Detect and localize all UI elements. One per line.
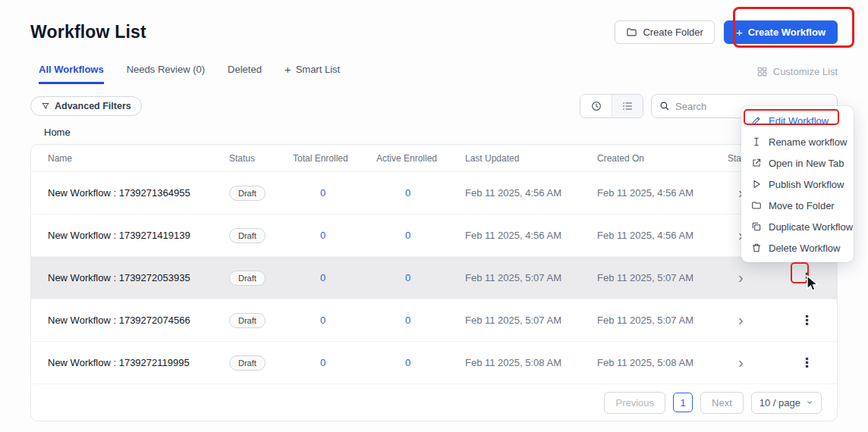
- workflow-name[interactable]: New Workflow : 1739272053935: [48, 272, 229, 283]
- row-context-menu: Edit Workflow Rename workflow Open in Ne…: [741, 106, 854, 262]
- trash-icon: [751, 243, 762, 253]
- external-link-icon: [751, 158, 762, 168]
- last-updated-value: Feb 11 2025, 5:08 AM: [465, 357, 597, 368]
- table-row[interactable]: New Workflow : 1739272119995 Draft 0 0 F…: [31, 342, 837, 384]
- create-workflow-label: Create Workflow: [748, 27, 826, 38]
- menu-item-rename-workflow[interactable]: Rename workflow: [741, 131, 854, 152]
- next-page-button[interactable]: Next: [700, 392, 744, 414]
- table-row[interactable]: New Workflow : 1739271364955 Draft 0 0 F…: [31, 172, 837, 214]
- column-header-total-enrolled: Total Enrolled: [293, 153, 376, 164]
- advanced-filters-button[interactable]: Advanced Filters: [30, 96, 142, 116]
- table-row[interactable]: New Workflow : 1739272074566 Draft 0 0 F…: [31, 299, 837, 342]
- total-enrolled-value[interactable]: 0: [293, 230, 376, 241]
- history-view-button[interactable]: [580, 95, 612, 117]
- created-on-value: Feb 11 2025, 4:56 AM: [597, 230, 728, 241]
- chevron-right-icon[interactable]: ›: [738, 354, 744, 371]
- chevron-right-icon[interactable]: ›: [738, 269, 744, 286]
- kebab-menu-icon[interactable]: ⋮: [796, 269, 818, 286]
- list-icon: [621, 100, 634, 112]
- pagination: Previous 1 Next 10 / page: [31, 384, 837, 421]
- created-on-value: Feb 11 2025, 4:56 AM: [597, 187, 728, 199]
- menu-item-publish-workflow[interactable]: Publish Workflow: [741, 174, 854, 195]
- topbar-actions: Create Folder + Create Workflow: [615, 20, 838, 44]
- play-icon: [751, 179, 762, 189]
- view-toggle: [580, 94, 643, 118]
- table-row[interactable]: New Workflow : 1739271419139 Draft 0 0 F…: [31, 214, 837, 257]
- status-badge: Draft: [229, 186, 266, 201]
- column-header-status: Status: [229, 153, 293, 164]
- menu-item-label: Delete Workflow: [769, 243, 840, 254]
- filters-row: Advanced Filters: [0, 94, 868, 118]
- search-icon: [659, 100, 670, 111]
- tabs-row: All Workflows Needs Review (0) Deleted +…: [0, 64, 868, 84]
- created-on-value: Feb 11 2025, 5:07 AM: [597, 272, 728, 283]
- advanced-filters-label: Advanced Filters: [55, 101, 131, 111]
- tabs: All Workflows Needs Review (0) Deleted +…: [39, 64, 340, 84]
- tab-needs-review[interactable]: Needs Review (0): [127, 64, 205, 84]
- status-badge: Draft: [229, 228, 266, 243]
- menu-item-label: Move to Folder: [769, 200, 835, 211]
- page-size-select[interactable]: 10 / page: [751, 392, 822, 414]
- create-folder-button[interactable]: Create Folder: [615, 20, 714, 44]
- folder-icon: [626, 27, 637, 38]
- page-size-value: 10 / page: [760, 397, 800, 409]
- plus-icon: +: [285, 64, 291, 75]
- filter-funnel-icon: [41, 102, 50, 111]
- active-enrolled-value[interactable]: 0: [376, 272, 465, 283]
- rename-icon: [751, 136, 762, 147]
- created-on-value: Feb 11 2025, 5:07 AM: [597, 315, 728, 326]
- menu-item-edit-workflow[interactable]: Edit Workflow: [741, 110, 854, 131]
- breadcrumb: Home: [0, 127, 868, 138]
- copy-icon: [751, 221, 762, 232]
- grid-icon: [756, 66, 768, 77]
- active-enrolled-value[interactable]: 0: [376, 315, 465, 326]
- tab-label: All Workflows: [39, 64, 104, 75]
- menu-item-move-to-folder[interactable]: Move to Folder: [741, 195, 854, 216]
- total-enrolled-value[interactable]: 0: [293, 272, 376, 283]
- menu-item-duplicate-workflow[interactable]: Duplicate Workflow: [741, 216, 854, 237]
- menu-item-label: Duplicate Workflow: [769, 221, 853, 233]
- tab-deleted[interactable]: Deleted: [228, 64, 262, 84]
- column-header-created-on: Created On: [597, 153, 728, 164]
- pencil-icon: [751, 115, 762, 126]
- tab-label: Needs Review (0): [127, 64, 205, 75]
- tab-smart-list[interactable]: + Smart List: [285, 64, 340, 84]
- previous-page-button[interactable]: Previous: [604, 392, 665, 414]
- folder-icon: [751, 200, 762, 211]
- customize-list-label: Customize List: [773, 66, 838, 77]
- status-badge: Draft: [229, 355, 266, 371]
- menu-item-open-in-new-tab[interactable]: Open in New Tab: [741, 152, 854, 174]
- kebab-menu-icon[interactable]: ⋮: [796, 354, 818, 371]
- total-enrolled-value[interactable]: 0: [293, 187, 376, 199]
- workflow-name[interactable]: New Workflow : 1739272119995: [48, 357, 229, 368]
- status-badge: Draft: [229, 313, 266, 328]
- breadcrumb-home[interactable]: Home: [44, 127, 71, 138]
- total-enrolled-value[interactable]: 0: [293, 357, 376, 368]
- menu-item-delete-workflow[interactable]: Delete Workflow: [741, 237, 854, 258]
- tab-label: Deleted: [228, 64, 262, 75]
- workflow-name[interactable]: New Workflow : 1739271419139: [48, 230, 229, 241]
- chevron-down-icon: [806, 399, 813, 406]
- chevron-right-icon[interactable]: ›: [738, 311, 744, 328]
- active-enrolled-value[interactable]: 0: [376, 230, 465, 241]
- table-row-highlighted[interactable]: New Workflow : 1739272053935 Draft 0 0 F…: [31, 257, 837, 299]
- active-enrolled-value[interactable]: 0: [376, 357, 465, 368]
- kebab-menu-icon[interactable]: ⋮: [796, 311, 818, 329]
- menu-item-label: Open in New Tab: [769, 158, 844, 169]
- create-workflow-button[interactable]: + Create Workflow: [724, 20, 838, 44]
- created-on-value: Feb 11 2025, 5:08 AM: [597, 357, 728, 368]
- workflow-name[interactable]: New Workflow : 1739271364955: [48, 187, 229, 199]
- status-badge: Draft: [229, 271, 266, 286]
- topbar: Workflow List Create Folder + Create Wor…: [0, 0, 868, 47]
- tab-all-workflows[interactable]: All Workflows: [39, 64, 104, 84]
- list-view-button[interactable]: [612, 95, 643, 117]
- column-header-name: Name: [48, 153, 229, 164]
- page-number-button[interactable]: 1: [673, 393, 693, 412]
- total-enrolled-value[interactable]: 0: [293, 315, 376, 326]
- active-enrolled-value[interactable]: 0: [376, 187, 465, 199]
- customize-list-button[interactable]: Customize List: [756, 66, 838, 84]
- workflow-name[interactable]: New Workflow : 1739272074566: [48, 315, 229, 326]
- workflow-table: Name Status Total Enrolled Active Enroll…: [30, 144, 838, 421]
- menu-item-label: Publish Workflow: [769, 179, 844, 190]
- table-header: Name Status Total Enrolled Active Enroll…: [31, 145, 837, 172]
